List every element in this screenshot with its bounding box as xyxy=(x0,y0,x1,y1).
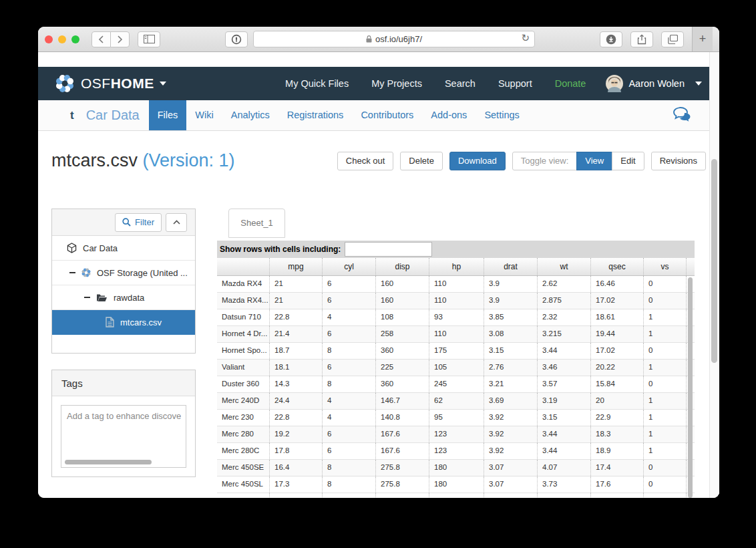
nav-item-search[interactable]: Search xyxy=(445,78,476,89)
tab-sheet-1[interactable]: Sheet_1 xyxy=(228,209,285,238)
data-cell: 0 xyxy=(643,293,686,309)
view-button[interactable]: View xyxy=(576,152,612,170)
tab-analytics[interactable]: Analytics xyxy=(222,100,278,130)
navbar-menu: My Quick FilesMy ProjectsSearchSupportDo… xyxy=(285,78,586,89)
chevron-up-icon xyxy=(173,220,180,225)
share-button[interactable] xyxy=(630,31,653,47)
close-icon[interactable] xyxy=(45,35,53,43)
nav-item-donate[interactable]: Donate xyxy=(555,78,586,89)
data-cell: 245 xyxy=(429,376,484,392)
row-name-cell xyxy=(217,493,269,498)
data-cell: 123 xyxy=(429,443,484,459)
table-row: Datsun 71022.84108933.852.3218.611 xyxy=(217,309,695,326)
tab-add-ons[interactable]: Add-ons xyxy=(422,100,476,130)
data-cell: 8 xyxy=(322,343,375,359)
row-name-cell: Merc 450SE xyxy=(217,460,269,476)
tab-wiki[interactable]: Wiki xyxy=(186,100,222,130)
row-filter-input[interactable] xyxy=(345,242,432,257)
downloads-button[interactable] xyxy=(600,31,622,47)
collapse-panel-button[interactable] xyxy=(166,213,187,232)
collapse-toggle-icon[interactable] xyxy=(84,297,90,298)
minimize-icon[interactable] xyxy=(58,35,66,43)
data-cell: 110 xyxy=(429,293,484,309)
tab-contributors[interactable]: Contributors xyxy=(352,100,422,130)
sidebar-toggle-button[interactable] xyxy=(138,31,160,47)
collapse-toggle-icon[interactable] xyxy=(69,272,75,273)
download-button[interactable]: Download xyxy=(449,152,506,170)
tree-item-mtcars-csv[interactable]: mtcars.csv xyxy=(52,310,195,335)
row-filter-label: Show rows with cells including: xyxy=(220,245,341,254)
filter-button[interactable]: Filter xyxy=(115,213,162,232)
project-home-icon[interactable] xyxy=(70,109,74,122)
toggle-view-label: Toggle view: xyxy=(512,152,578,170)
data-cell: 2.76 xyxy=(484,360,537,376)
data-cell: 3.215 xyxy=(537,326,590,342)
row-name-cell: Merc 450SL xyxy=(217,476,269,493)
data-cell: 18.9 xyxy=(590,443,643,459)
data-cell: 0 xyxy=(643,376,686,392)
tab-files[interactable]: Files xyxy=(149,100,187,130)
nav-item-my-quick-files[interactable]: My Quick Files xyxy=(285,78,349,89)
check-out-button[interactable]: Check out xyxy=(337,152,394,170)
tree-item-osf-storage-united[interactable]: OSF Storage (United ... xyxy=(52,261,195,285)
osf-home-menu[interactable]: OSF HOME xyxy=(55,74,166,93)
data-cell: 3.92 xyxy=(484,426,537,442)
data-cell: 1 xyxy=(643,360,686,376)
tree-item-label: OSF Storage (United ... xyxy=(97,268,188,278)
files-sidebar: Filter Car DataOSF Storage (United ...ra… xyxy=(51,209,196,498)
page-title: mtcars.csv (Version: 1) xyxy=(51,150,235,171)
table-row: Duster 36014.383602453.213.5715.840 xyxy=(217,376,695,393)
reload-icon[interactable] xyxy=(521,32,530,44)
data-cell: 180 xyxy=(429,476,484,493)
data-cell: 3.73 xyxy=(537,476,590,493)
data-cell: 258 xyxy=(375,326,429,342)
delete-button[interactable]: Delete xyxy=(400,152,443,170)
address-bar[interactable]: osf.io/u6jh7/ xyxy=(253,31,535,47)
row-name-cell: Merc 280C xyxy=(217,443,269,459)
tree-item-rawdata[interactable]: rawdata xyxy=(52,285,195,310)
new-tab-button[interactable] xyxy=(692,27,713,51)
tab-registrations[interactable]: Registrations xyxy=(278,100,353,130)
file-viewer: Sheet_1 Show rows with cells including: … xyxy=(217,209,695,498)
tag-input[interactable]: Add a tag to enhance discove xyxy=(61,405,186,468)
osf-navbar: OSF HOME My Quick FilesMy ProjectsSearch… xyxy=(38,67,719,100)
lock-icon xyxy=(366,35,372,43)
password-manager-icon[interactable] xyxy=(225,31,248,47)
tab-settings[interactable]: Settings xyxy=(476,100,528,130)
user-menu[interactable]: Aaron Wolen xyxy=(606,75,702,92)
data-cell: 21 xyxy=(269,276,322,292)
tree-item-car-data[interactable]: Car Data xyxy=(52,236,195,261)
edit-button[interactable]: Edit xyxy=(612,152,644,170)
user-name: Aaron Wolen xyxy=(628,78,685,89)
data-cell: 17.6 xyxy=(590,476,643,493)
file-icon xyxy=(106,317,114,327)
row-name-cell: Hornet Spo... xyxy=(217,343,269,359)
comments-icon[interactable] xyxy=(673,107,691,124)
data-cell: 3.44 xyxy=(537,443,590,459)
data-cell: 175 xyxy=(429,343,484,359)
nav-item-my-projects[interactable]: My Projects xyxy=(371,78,422,89)
revisions-button[interactable]: Revisions xyxy=(651,152,706,170)
data-cell: 3.15 xyxy=(484,343,537,359)
data-cell: 8 xyxy=(322,460,375,476)
back-button[interactable] xyxy=(91,31,111,47)
data-cell: 17.02 xyxy=(590,293,643,309)
project-title-link[interactable]: Car Data xyxy=(86,108,140,123)
page-scrollbar-thumb[interactable] xyxy=(711,159,717,363)
grid-vscrollbar[interactable] xyxy=(688,277,693,498)
data-cell xyxy=(429,493,484,498)
tabs-overview-button[interactable] xyxy=(661,31,684,47)
data-cell xyxy=(269,493,322,498)
table-row xyxy=(217,493,695,498)
data-cell xyxy=(590,493,643,498)
data-cell: 160 xyxy=(375,293,429,309)
row-name-cell: Datsun 710 xyxy=(217,309,269,325)
tag-box-hscrollbar[interactable] xyxy=(65,460,152,464)
forward-button[interactable] xyxy=(110,31,130,47)
zoom-icon[interactable] xyxy=(71,35,79,43)
data-cell: 360 xyxy=(375,376,429,392)
page-scrollbar[interactable] xyxy=(709,52,719,498)
nav-item-support[interactable]: Support xyxy=(498,78,532,89)
data-cell: 3.08 xyxy=(484,326,537,342)
row-name-cell: Duster 360 xyxy=(217,376,269,392)
